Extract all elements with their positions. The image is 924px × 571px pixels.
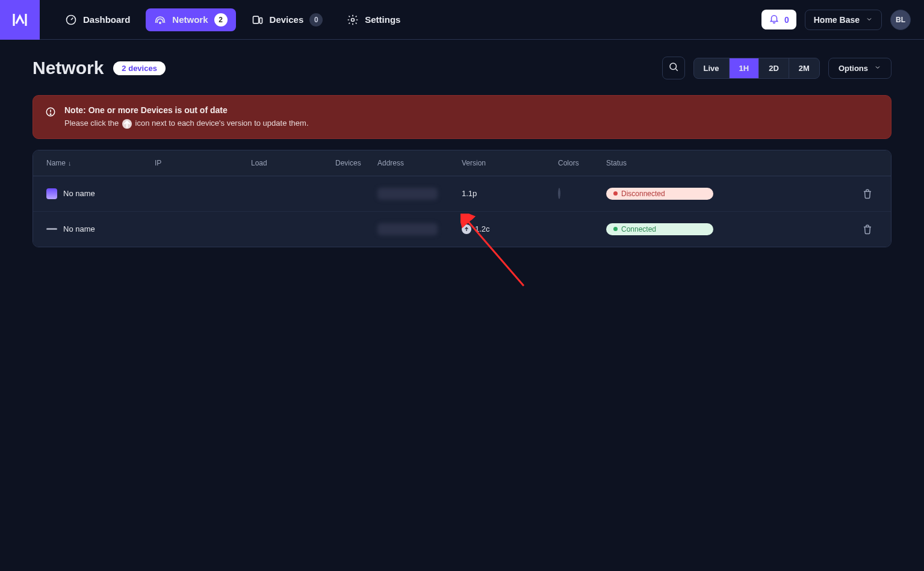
th-address[interactable]: Address: [377, 159, 462, 167]
cell-colors: [558, 189, 606, 198]
options-label: Options: [839, 64, 868, 73]
nav-network-badge: 2: [214, 13, 228, 26]
nav-devices-badge: 0: [309, 13, 323, 26]
sort-arrow-icon: ↓: [68, 159, 72, 167]
nav-settings-label: Settings: [365, 14, 400, 25]
th-colors[interactable]: Colors: [558, 159, 606, 167]
nav-devices-label: Devices: [270, 14, 304, 25]
nav-dashboard[interactable]: Dashboard: [57, 9, 138, 31]
update-available-icon[interactable]: [462, 224, 471, 234]
status-text: Disconnected: [621, 190, 665, 198]
user-avatar[interactable]: BL: [890, 10, 911, 30]
delete-button[interactable]: [857, 184, 878, 204]
svg-point-4: [352, 18, 355, 21]
nav-network[interactable]: Network 2: [146, 8, 235, 31]
timerange-2d[interactable]: 2D: [759, 58, 789, 78]
nav-network-label: Network: [172, 14, 208, 25]
search-icon: [668, 61, 679, 75]
device-type-icon: [46, 224, 57, 235]
svg-rect-3: [259, 17, 262, 23]
delete-button[interactable]: [857, 219, 878, 239]
notifications-button[interactable]: 0: [761, 10, 796, 29]
alert-title: Note: One or more Devices is out of date: [64, 105, 309, 115]
th-load[interactable]: Load: [251, 159, 335, 167]
cell-status: Disconnected: [606, 188, 817, 200]
network-icon: [154, 14, 166, 26]
nav-dashboard-label: Dashboard: [83, 14, 130, 25]
gauge-icon: [65, 14, 77, 26]
cell-version: 1.2c: [462, 224, 558, 234]
timerange-2m[interactable]: 2M: [789, 58, 819, 78]
alert-icon: [45, 105, 56, 120]
nav-settings[interactable]: Settings: [338, 9, 409, 31]
bell-icon: [769, 13, 780, 26]
location-value: Home Base: [814, 15, 860, 25]
svg-point-7: [50, 114, 51, 115]
devices-table: Name↓ IP Load Devices Address Version Co…: [33, 150, 891, 247]
update-alert: Note: One or more Devices is out of date…: [33, 95, 891, 139]
device-type-icon: [46, 188, 57, 199]
cell-status: Connected: [606, 223, 817, 235]
version-value: 1.2c: [475, 224, 490, 233]
th-status[interactable]: Status: [606, 159, 817, 167]
chevron-down-icon: [866, 15, 873, 25]
th-name[interactable]: Name↓: [46, 159, 155, 167]
status-dot-icon: [613, 227, 618, 231]
cell-address: [377, 223, 462, 235]
device-name: No name: [63, 224, 95, 233]
svg-rect-2: [253, 16, 258, 23]
address-blurred: [377, 223, 438, 235]
alert-message: Please click the icon next to each devic…: [64, 119, 309, 129]
chevron-down-icon: [874, 64, 881, 73]
address-blurred: [377, 188, 438, 200]
cell-address: [377, 188, 462, 200]
arrow-up-circle-icon: [122, 119, 132, 129]
gear-icon: [347, 14, 359, 26]
notifications-count: 0: [784, 15, 789, 25]
timerange-live[interactable]: Live: [694, 58, 730, 78]
top-navbar: Dashboard Network 2 Devices 0 Settings: [0, 0, 924, 40]
th-version[interactable]: Version: [462, 159, 558, 167]
status-dot-icon: [613, 191, 618, 196]
svg-point-1: [160, 22, 161, 23]
device-count-pill: 2 devices: [113, 61, 166, 75]
timerange-1h[interactable]: 1H: [730, 58, 760, 78]
status-badge: Connected: [606, 223, 713, 235]
table-row[interactable]: No name1.2cConnected: [33, 212, 891, 247]
status-badge: Disconnected: [606, 188, 713, 200]
status-text: Connected: [621, 225, 656, 233]
nav-devices[interactable]: Devices 0: [243, 8, 332, 31]
page-title: Network: [33, 58, 104, 78]
cell-version: 1.1p: [462, 189, 558, 198]
options-button[interactable]: Options: [828, 58, 891, 79]
version-value: 1.1p: [462, 189, 477, 198]
search-button[interactable]: [662, 57, 685, 79]
color-dot: [558, 188, 560, 199]
device-name: No name: [63, 189, 95, 198]
devices-icon: [252, 14, 264, 26]
table-row[interactable]: No name1.1pDisconnected: [33, 176, 891, 212]
th-devices[interactable]: Devices: [335, 159, 377, 167]
svg-point-5: [670, 63, 677, 70]
app-logo[interactable]: [0, 0, 40, 40]
location-select[interactable]: Home Base: [805, 10, 882, 30]
th-ip[interactable]: IP: [155, 159, 251, 167]
avatar-initials: BL: [896, 16, 905, 24]
timerange-segment: Live 1H 2D 2M: [693, 58, 820, 79]
